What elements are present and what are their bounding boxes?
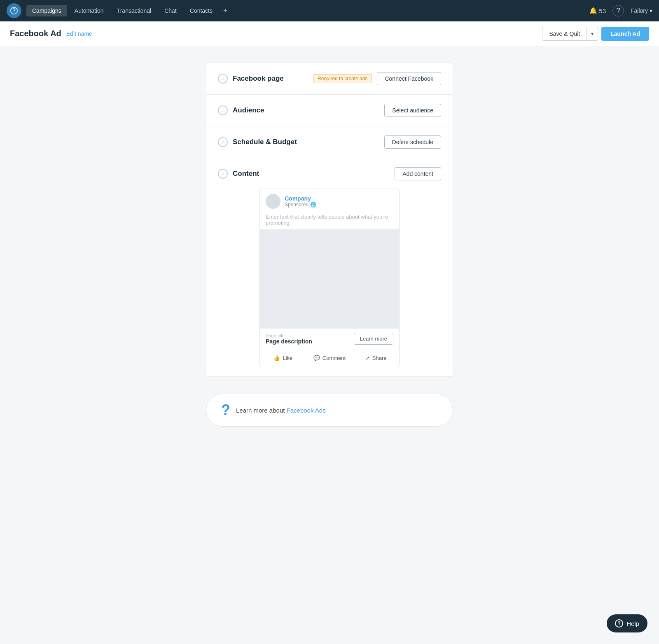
user-label: Failory <box>631 7 648 14</box>
help-button[interactable]: ? Help <box>607 614 647 632</box>
share-label: Share <box>372 355 387 361</box>
learn-more-text: Learn more about Facebook Ads <box>236 407 326 414</box>
audience-check-icon: ✓ <box>218 105 228 115</box>
user-chevron-icon: ▾ <box>650 7 652 14</box>
notification-bell[interactable]: 🔔 53 <box>589 7 606 14</box>
ad-company-info: Company Sponsored 🌐 <box>285 195 316 208</box>
globe-icon: 🌐 <box>310 202 316 208</box>
comment-icon: 💬 <box>313 355 320 361</box>
save-quit-button[interactable]: Save & Quit <box>542 27 587 41</box>
nav-add-icon[interactable]: + <box>220 5 231 17</box>
content-section: ✓ Content Add content Company Sponsored … <box>206 158 453 377</box>
learn-more-banner: ? Learn more about Facebook Ads <box>206 394 453 427</box>
schedule-section: ✓ Schedule & Budget Define schedule <box>206 126 453 158</box>
ad-image-placeholder <box>260 229 399 328</box>
page-title: Facebook Ad <box>10 29 61 38</box>
ad-sponsored-label: Sponsored 🌐 <box>285 202 316 208</box>
logo[interactable] <box>7 3 21 18</box>
edit-name-link[interactable]: Edit name <box>66 30 92 37</box>
ad-preview-card: Company Sponsored 🌐 Enter text that clea… <box>259 189 400 367</box>
nav-campaigns[interactable]: Campaigns <box>26 5 67 16</box>
save-quit-dropdown-button[interactable]: ▾ <box>587 27 598 41</box>
help-circle-icon: ? <box>615 619 623 628</box>
select-audience-button[interactable]: Select audience <box>384 104 441 117</box>
like-label: Like <box>283 355 292 361</box>
ad-page-info: Page title Page description Learn more <box>260 328 399 349</box>
notification-count: 53 <box>599 7 606 14</box>
ad-preview-header: Company Sponsored 🌐 <box>260 189 399 212</box>
schedule-title: Schedule & Budget <box>233 138 379 146</box>
user-menu[interactable]: Failory ▾ <box>631 7 652 14</box>
ad-company-name: Company <box>285 195 316 202</box>
top-navigation: Campaigns Automation Transactional Chat … <box>0 0 659 21</box>
svg-point-0 <box>14 12 14 13</box>
define-schedule-button[interactable]: Define schedule <box>384 135 441 149</box>
launch-ad-button[interactable]: Launch Ad <box>601 27 649 41</box>
comment-button[interactable]: 💬 Comment <box>306 352 353 364</box>
comment-label: Comment <box>322 355 346 361</box>
add-content-button[interactable]: Add content <box>395 167 441 180</box>
learn-more-button[interactable]: Learn more <box>354 333 393 345</box>
help-label: Help <box>626 620 639 627</box>
like-icon: 👍 <box>273 355 280 361</box>
audience-section: ✓ Audience Select audience <box>206 95 453 126</box>
nav-contacts[interactable]: Contacts <box>184 5 218 16</box>
schedule-check-icon: ✓ <box>218 137 228 147</box>
ad-page-title-label: Page title <box>266 333 312 338</box>
ad-page-description: Page description <box>266 338 312 345</box>
facebook-page-check-icon: ✓ <box>218 74 228 84</box>
share-button[interactable]: ↗ Share <box>353 352 399 364</box>
content-header: ✓ Content Add content <box>218 167 441 180</box>
question-mark-icon: ? <box>221 401 230 419</box>
content-check-icon: ✓ <box>218 169 228 179</box>
nav-right-area: 🔔 53 ? Failory ▾ <box>589 5 652 16</box>
sections-card: ✓ Facebook page Required to create ads C… <box>206 63 453 377</box>
subheader-actions: Save & Quit ▾ Launch Ad <box>542 27 649 41</box>
nav-automation[interactable]: Automation <box>69 5 110 16</box>
ad-page-details: Page title Page description <box>266 333 312 345</box>
share-icon: ↗ <box>365 355 370 361</box>
connect-facebook-button[interactable]: Connect Facebook <box>377 72 441 85</box>
required-badge: Required to create ads <box>313 74 372 83</box>
like-button[interactable]: 👍 Like <box>260 352 306 364</box>
nav-chat[interactable]: Chat <box>159 5 182 16</box>
ad-body-placeholder: Enter text that clearly tells people abo… <box>260 212 399 229</box>
facebook-page-section: ✓ Facebook page Required to create ads C… <box>206 63 453 95</box>
facebook-ads-link[interactable]: Facebook Ads <box>287 407 326 414</box>
audience-title: Audience <box>233 106 379 114</box>
facebook-page-title: Facebook page <box>233 75 308 83</box>
ad-actions-bar: 👍 Like 💬 Comment ↗ Share <box>260 349 399 367</box>
ad-avatar <box>266 194 280 209</box>
help-icon[interactable]: ? <box>612 5 624 16</box>
content-title: Content <box>233 170 390 178</box>
subheader: Facebook Ad Edit name Save & Quit ▾ Laun… <box>0 21 659 46</box>
main-content: ✓ Facebook page Required to create ads C… <box>0 46 659 451</box>
nav-transactional[interactable]: Transactional <box>111 5 157 16</box>
